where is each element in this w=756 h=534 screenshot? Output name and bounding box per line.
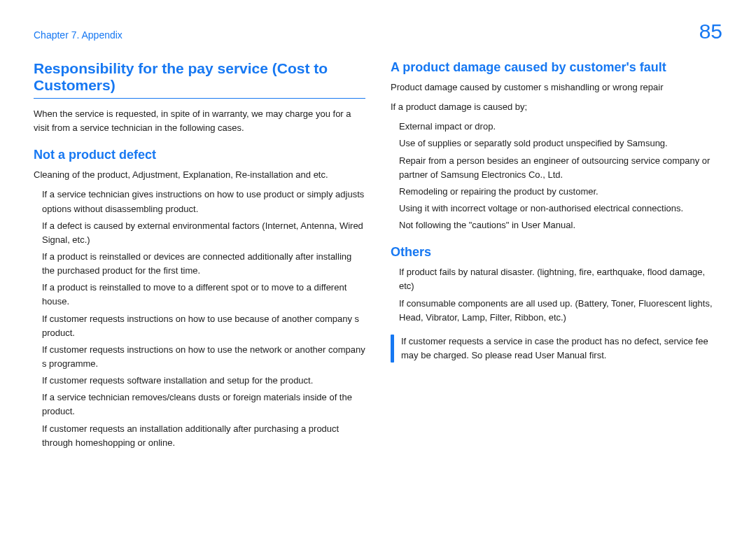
customer-fault-list: External impact or drop. Use of supplies… [391, 120, 722, 232]
others-list: If product fails by natural disaster. (l… [391, 265, 722, 325]
not-defect-list: If a service technician gives instructio… [34, 188, 365, 449]
list-item: If a product is reinstalled or devices a… [42, 250, 365, 278]
left-column: Responsibility for the pay service (Cost… [34, 60, 365, 453]
list-item: Using it with incorrect voltage or non-a… [399, 202, 722, 216]
not-defect-lead: Cleaning of the product, Adjustment, Exp… [34, 168, 365, 182]
list-item: If customer requests an installation add… [42, 422, 365, 450]
list-item: If product fails by natural disaster. (l… [399, 265, 722, 293]
page-header: Chapter 7. Appendix 85 [34, 20, 722, 43]
content-columns: Responsibility for the pay service (Cost… [34, 60, 722, 453]
list-item: Not following the "cautions" in User Man… [399, 218, 722, 232]
not-defect-heading: Not a product defect [34, 148, 365, 162]
page-number: 85 [699, 20, 722, 43]
list-item: Remodeling or repairing the product by c… [399, 185, 722, 199]
list-item: Repair from a person besides an engineer… [399, 154, 722, 182]
note-accent-bar [391, 335, 394, 363]
right-column: A product damage caused by customer's fa… [391, 60, 722, 453]
list-item: If a service technician gives instructio… [42, 188, 365, 216]
customer-fault-lead2: If a product damage is caused by; [391, 100, 722, 114]
list-item: External impact or drop. [399, 120, 722, 134]
list-item: If a service technician removes/cleans d… [42, 391, 365, 419]
list-item: If a product is reinstalled to move to a… [42, 281, 365, 309]
list-item: If customer requests instructions on how… [42, 312, 365, 340]
list-item: If customer requests software installati… [42, 374, 365, 388]
list-item: If customer requests instructions on how… [42, 343, 365, 371]
list-item: If a defect is caused by external enviro… [42, 219, 365, 247]
intro-text: When the service is requested, in spite … [34, 107, 365, 135]
customer-fault-heading: A product damage caused by customer's fa… [391, 60, 722, 75]
document-page: Chapter 7. Appendix 85 Responsibility fo… [0, 0, 756, 534]
list-item: Use of supplies or separatly sold produc… [399, 136, 722, 150]
customer-fault-lead1: Product damage caused by customer s mish… [391, 80, 722, 94]
main-title: Responsibility for the pay service (Cost… [34, 60, 365, 99]
list-item: If consumable components are all used up… [399, 297, 722, 325]
chapter-label: Chapter 7. Appendix [34, 29, 122, 41]
note-callout: If customer requests a service in case t… [391, 335, 722, 363]
others-heading: Others [391, 245, 722, 260]
note-text: If customer requests a service in case t… [401, 335, 722, 363]
